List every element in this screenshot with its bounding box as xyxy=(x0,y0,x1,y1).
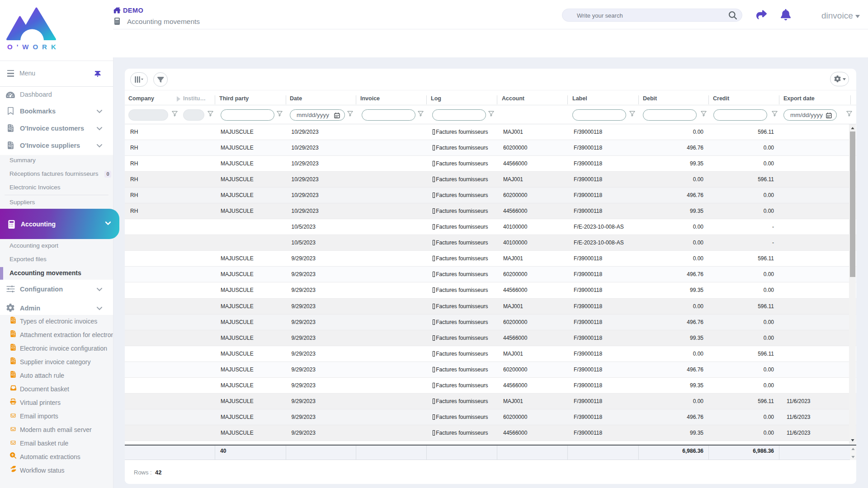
svg-text:O'WORK: O'WORK xyxy=(7,43,58,51)
